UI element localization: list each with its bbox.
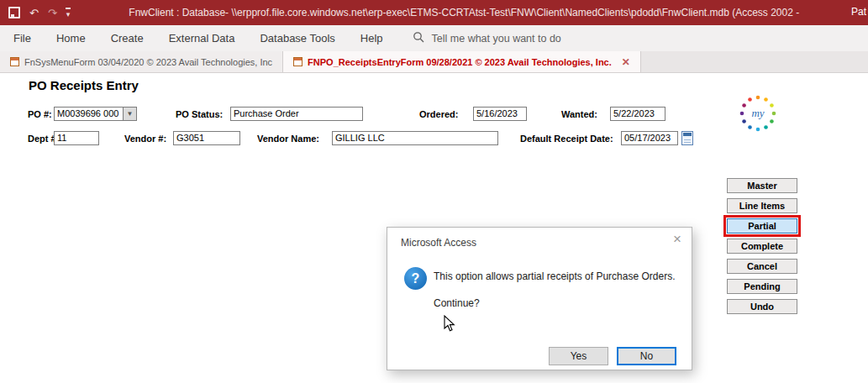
- ordered-label: Ordered:: [419, 109, 458, 119]
- wanted-label: Wanted:: [561, 109, 597, 119]
- no-button[interactable]: No: [617, 347, 676, 365]
- yes-button[interactable]: Yes: [549, 347, 608, 365]
- po-status-label: PO Status:: [176, 109, 223, 119]
- search-icon: [413, 31, 424, 45]
- undo-icon[interactable]: ↶: [29, 8, 39, 18]
- dialog-prompt: Continue?: [434, 297, 480, 309]
- vendor-number-value: G3051: [176, 133, 204, 143]
- vendor-number-label: Vendor #:: [124, 134, 166, 144]
- master-button[interactable]: Master: [727, 178, 797, 193]
- access-window: ↶ ↷ ▾ FnwClient : Database- \\erpprof.fi…: [0, 0, 868, 383]
- partial-button[interactable]: Partial: [727, 218, 797, 233]
- chevron-down-icon[interactable]: ▼: [123, 108, 136, 120]
- microsoft-access-dialog: Microsoft Access × ? This option allows …: [387, 227, 692, 370]
- window-title: FnwClient : Database- \\erpprof.file.cor…: [129, 7, 801, 18]
- wanted-date-field[interactable]: 5/22/2023: [610, 107, 665, 121]
- ribbon-tab-help[interactable]: Help: [348, 25, 396, 51]
- po-number-combobox[interactable]: M0039696 000 ▼: [54, 107, 137, 121]
- po-status-value: Purchase Order: [234, 108, 299, 118]
- vendor-number-field[interactable]: G3051: [173, 131, 240, 145]
- pending-button[interactable]: Pending: [727, 279, 797, 294]
- cancel-button[interactable]: Cancel: [727, 259, 797, 274]
- save-icon[interactable]: [8, 7, 20, 18]
- default-receipt-date-field[interactable]: 05/17/2023: [621, 131, 678, 145]
- ribbon-tab-database-tools[interactable]: Database Tools: [247, 25, 347, 51]
- ribbon-tab-home[interactable]: Home: [44, 25, 98, 51]
- ribbon-tab-create[interactable]: Create: [98, 25, 156, 51]
- redo-icon[interactable]: ↷: [48, 8, 57, 18]
- ordered-date-value: 5/16/2023: [476, 108, 518, 118]
- default-receipt-date-value: 05/17/2023: [624, 133, 671, 143]
- form-icon: [293, 57, 302, 66]
- question-icon: ?: [404, 267, 427, 290]
- form-icon: [10, 57, 19, 66]
- tell-me-search[interactable]: Tell me what you want to do: [413, 31, 561, 45]
- customize-quick-access-icon[interactable]: ▾: [66, 8, 71, 18]
- close-tab-icon[interactable]: ✕: [622, 56, 630, 68]
- tell-me-search-label: Tell me what you want to do: [432, 33, 561, 45]
- default-receipt-date-label: Default Receipt Date:: [520, 134, 613, 144]
- dialog-title: Microsoft Access: [401, 237, 476, 249]
- po-status-field[interactable]: Purchase Order: [230, 107, 363, 121]
- page-title: PO Receipts Entry: [29, 78, 139, 92]
- vendor-name-value: GILLIG LLC: [335, 133, 385, 143]
- tab-label: FNPO_ReceiptsEntryForm 09/28/2021 © 2023…: [308, 57, 612, 67]
- dept-number-field[interactable]: 11: [54, 131, 99, 145]
- dialog-message: This option allows partial receipts of P…: [434, 270, 675, 282]
- ribbon-tab-bar: File Home Create External Data Database …: [0, 25, 868, 51]
- ordered-date-field[interactable]: 5/16/2023: [473, 107, 527, 121]
- complete-button[interactable]: Complete: [727, 239, 797, 254]
- tab-label: FnSysMenuForm 03/04/2020 © 2023 Avail Te…: [24, 57, 272, 67]
- logo-text: my: [751, 107, 764, 119]
- undo-button[interactable]: Undo: [727, 299, 797, 314]
- vendor-name-field[interactable]: GILLIG LLC: [332, 131, 498, 145]
- ribbon-tab-file[interactable]: File: [0, 25, 44, 51]
- tab-fnpo-receiptsentryform[interactable]: FNPO_ReceiptsEntryForm 09/28/2021 © 2023…: [283, 51, 641, 72]
- line-items-button[interactable]: Line Items: [727, 198, 797, 213]
- vendor-name-label: Vendor Name:: [257, 134, 319, 144]
- quick-access-toolbar: ↶ ↷ ▾: [0, 7, 78, 18]
- po-number-label: PO #:: [28, 109, 52, 119]
- dept-number-value: 11: [57, 133, 66, 143]
- user-name: Pat: [851, 6, 866, 18]
- po-number-value: M0039696 000: [57, 108, 118, 118]
- po-receipts-entry-form: PO Receipts Entry PO #: M0039696 000 ▼ P…: [0, 73, 868, 383]
- tab-fnsysmenuform[interactable]: FnSysMenuForm 03/04/2020 © 2023 Avail Te…: [0, 51, 283, 72]
- mouse-cursor: [444, 315, 456, 336]
- document-tab-bar: FnSysMenuForm 03/04/2020 © 2023 Avail Te…: [0, 51, 868, 73]
- wanted-date-value: 5/22/2023: [613, 108, 655, 118]
- calendar-icon[interactable]: [681, 131, 693, 145]
- title-bar: ↶ ↷ ▾ FnwClient : Database- \\erpprof.fi…: [0, 0, 868, 25]
- my-avail-logo: my: [738, 93, 778, 134]
- close-icon[interactable]: ×: [673, 232, 681, 246]
- ribbon-tab-external-data[interactable]: External Data: [156, 25, 248, 51]
